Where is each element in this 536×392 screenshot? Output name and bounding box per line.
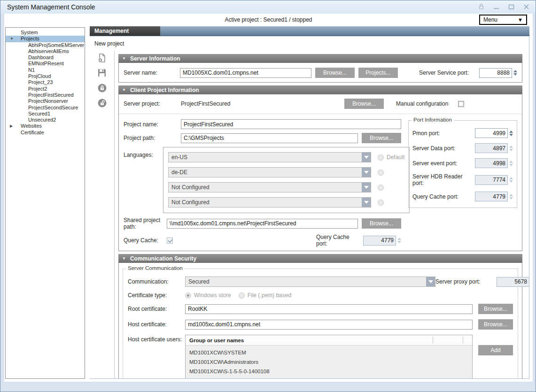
- spinner-arrows-icon[interactable]: [509, 131, 513, 136]
- spinner-arrows-icon[interactable]: [509, 146, 513, 151]
- language-row: de-DE: [168, 167, 404, 177]
- maximize-button[interactable]: [507, 3, 515, 10]
- dropdown-arrow-icon[interactable]: [362, 168, 371, 177]
- query-cache-port-spinner: [363, 236, 401, 246]
- user-name: MD1001XCW\S-1-5-5-0-1400108: [189, 369, 270, 374]
- port-input[interactable]: [475, 129, 507, 138]
- default-language-radio: [378, 184, 384, 191]
- spinner-arrows-icon[interactable]: [513, 70, 517, 76]
- tree-item[interactable]: Project_23: [6, 79, 85, 85]
- tree-item[interactable]: Project2: [6, 86, 85, 92]
- port-input[interactable]: [475, 159, 507, 168]
- tree-item[interactable]: EMNotPResent: [6, 61, 85, 67]
- window-controls: [477, 3, 530, 10]
- project-path-browse-button[interactable]: Browse...: [362, 133, 401, 143]
- title-bar: System Management Console: [0, 0, 536, 14]
- host-certificate-input[interactable]: [185, 320, 473, 330]
- section-header-server-information[interactable]: ▼ Server Information: [118, 54, 522, 63]
- tree-item[interactable]: Unsecured2: [6, 117, 85, 123]
- tree-item[interactable]: System: [6, 30, 85, 36]
- tree-item[interactable]: ProjectNonserver: [6, 98, 85, 104]
- root-certificate-input[interactable]: [185, 304, 473, 314]
- tree-item[interactable]: N1: [6, 67, 85, 73]
- close-button[interactable]: [522, 3, 530, 10]
- language-dropdown[interactable]: de-DE: [168, 167, 371, 177]
- language-dropdown[interactable]: Not Configured: [168, 197, 371, 208]
- tab-management[interactable]: Management: [90, 26, 160, 36]
- tree-item[interactable]: AbhiProjSomeEMServer: [6, 42, 85, 48]
- certificate-type-label: Certificate type:: [128, 292, 185, 299]
- windows-store-label: Windows store: [194, 292, 231, 299]
- tab-strip: Management: [90, 26, 529, 36]
- tree-item[interactable]: ProjectSecondSecure: [6, 105, 85, 111]
- server-service-port-spinner: [479, 68, 517, 78]
- shared-path-browse-button[interactable]: Browse...: [362, 218, 401, 229]
- tree-item[interactable]: ProjectFirstSecured: [6, 92, 85, 98]
- communication-label: Communication:: [128, 278, 185, 285]
- dropdown-arrow-icon[interactable]: [426, 277, 435, 286]
- tree-item[interactable]: Dashboard: [6, 54, 85, 61]
- default-language-label: Default: [387, 154, 404, 161]
- server-project-browse-button[interactable]: Browse...: [344, 99, 384, 109]
- shared-project-path-input[interactable]: [167, 219, 358, 229]
- user-row[interactable]: MD1001XCW\Administrators: [186, 357, 472, 367]
- pem-file-label: File (.pem) based: [248, 292, 291, 299]
- spinner-arrows-icon: [397, 238, 401, 243]
- menu-dropdown[interactable]: Menu ▼: [479, 15, 527, 25]
- tree-item[interactable]: AbhiserverAllEms: [6, 48, 85, 54]
- language-dropdown[interactable]: Not Configured: [168, 182, 371, 192]
- server-browse-button[interactable]: Browse...: [315, 68, 355, 78]
- tree-item-label: Dashboard: [28, 54, 54, 60]
- manual-configuration-checkbox[interactable]: [458, 101, 464, 107]
- save-icon[interactable]: [97, 68, 107, 78]
- collapse-icon[interactable]: ▼: [122, 256, 126, 261]
- collapse-icon[interactable]: ▼: [122, 56, 126, 61]
- spinner-arrows-icon[interactable]: [509, 194, 513, 200]
- dropdown-arrow-icon[interactable]: [362, 153, 371, 162]
- host-certificate-browse-button[interactable]: Browse...: [478, 319, 513, 330]
- table-header-column: [433, 337, 463, 344]
- server-name-input[interactable]: [180, 68, 311, 78]
- port-label: Pmon port:: [412, 130, 475, 137]
- tree-item[interactable]: Secured1: [6, 111, 85, 117]
- user-name: MD1001XCW\SYSTEM: [189, 350, 246, 355]
- collapse-icon[interactable]: ▼: [122, 88, 126, 92]
- language-row: Not Configured: [168, 182, 404, 192]
- new-project-icon[interactable]: [97, 53, 107, 63]
- user-row[interactable]: MD1001XCW\SYSTEM: [186, 348, 472, 357]
- add-user-button[interactable]: Add: [478, 345, 513, 355]
- dropdown-arrow-icon[interactable]: [362, 198, 371, 207]
- section-client-project-information: Server project: ProjectFirstSecured Brow…: [118, 94, 522, 251]
- port-input[interactable]: [475, 176, 507, 184]
- server-communication-group: Server Communication Communication: Secu…: [123, 269, 518, 378]
- port-input[interactable]: [475, 192, 507, 201]
- user-row[interactable]: MD1001XCW\S-1-5-5-0-1400108: [186, 367, 472, 376]
- tree-item[interactable]: Certificate: [6, 130, 85, 136]
- tree-expander-icon[interactable]: ▶: [10, 123, 17, 129]
- section-header-communication-security[interactable]: ▼ Communication Security: [118, 254, 522, 263]
- page-caption: New project: [90, 36, 529, 47]
- tree-item[interactable]: ▼ Projects: [6, 36, 85, 42]
- section-header-client-project-information[interactable]: ▼ Client Project Information: [118, 85, 522, 94]
- language-value: Not Configured: [169, 199, 362, 206]
- tree-expander-icon[interactable]: ▼: [10, 36, 17, 42]
- minimize-button[interactable]: [492, 3, 500, 10]
- lock-open-icon[interactable]: [97, 98, 107, 108]
- spinner-arrows-icon[interactable]: [509, 177, 513, 183]
- port-input[interactable]: [475, 144, 507, 153]
- menu-label: Menu: [483, 16, 518, 23]
- server-service-port-input[interactable]: [480, 69, 512, 77]
- project-name-input[interactable]: [181, 119, 401, 129]
- projects-button[interactable]: Projects...: [358, 68, 398, 78]
- dropdown-arrow-icon[interactable]: [362, 183, 371, 192]
- root-certificate-browse-button[interactable]: Browse...: [478, 304, 513, 314]
- language-row: en-US Default: [168, 152, 404, 162]
- tree-item[interactable]: ProjCloud: [6, 73, 85, 79]
- spinner-arrows-icon[interactable]: [509, 161, 513, 166]
- project-path-input[interactable]: [181, 133, 358, 143]
- lock-closed-icon[interactable]: [97, 83, 107, 93]
- communication-dropdown[interactable]: Secured: [185, 277, 435, 287]
- port-row: Pmon port:: [412, 128, 513, 138]
- language-dropdown[interactable]: en-US: [168, 152, 371, 162]
- tree-item[interactable]: ▶ Websites: [6, 123, 85, 129]
